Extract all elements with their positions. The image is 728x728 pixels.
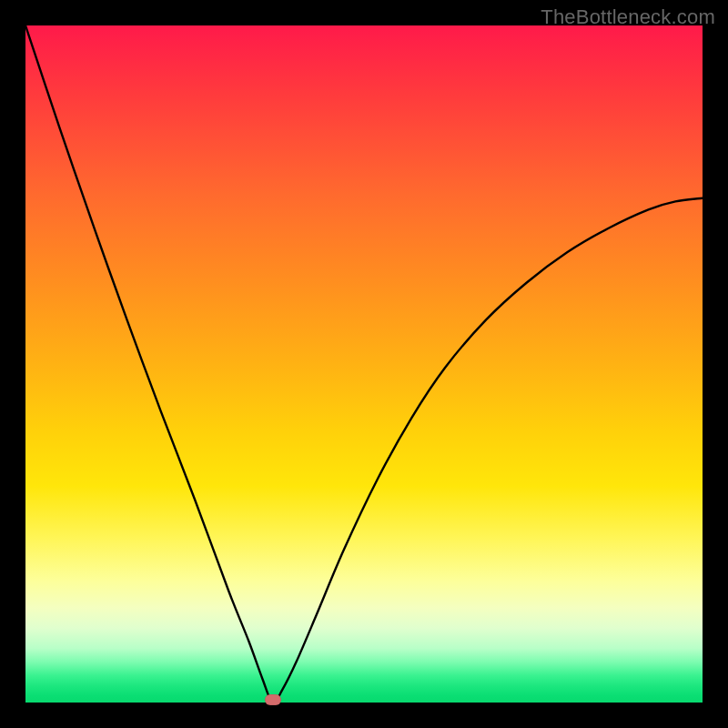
chart-frame: TheBottleneck.com <box>0 0 728 728</box>
bottleneck-curve <box>25 25 703 703</box>
plot-area <box>25 25 703 703</box>
watermark-text: TheBottleneck.com <box>541 5 715 29</box>
optimum-marker <box>265 694 281 705</box>
